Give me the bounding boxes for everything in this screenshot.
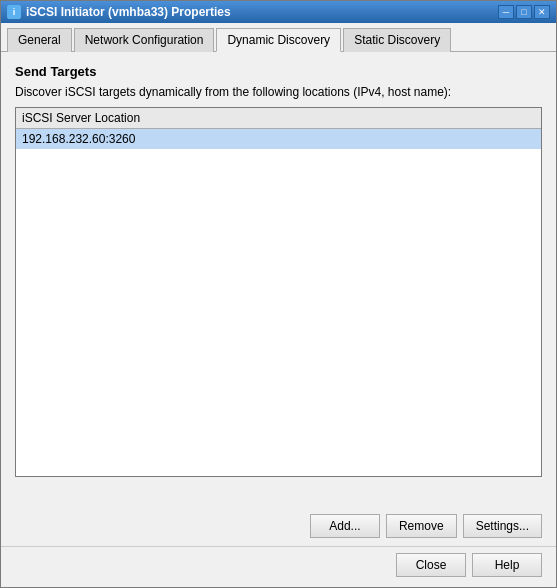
remove-button[interactable]: Remove <box>386 514 457 538</box>
tab-dynamic-discovery[interactable]: Dynamic Discovery <box>216 28 341 52</box>
add-button[interactable]: Add... <box>310 514 380 538</box>
server-location-table[interactable]: iSCSI Server Location 192.168.232.60:326… <box>15 107 542 477</box>
window-title: iSCSI Initiator (vmhba33) Properties <box>26 5 231 19</box>
tab-static-discovery[interactable]: Static Discovery <box>343 28 451 52</box>
title-bar: i iSCSI Initiator (vmhba33) Properties ─… <box>1 1 556 23</box>
app-icon: i <box>7 5 21 19</box>
tab-general[interactable]: General <box>7 28 72 52</box>
section-title: Send Targets <box>15 64 542 79</box>
tab-content: Send Targets Discover iSCSI targets dyna… <box>1 52 556 506</box>
tabs-row: General Network Configuration Dynamic Di… <box>1 23 556 52</box>
title-bar-left: i iSCSI Initiator (vmhba33) Properties <box>7 5 231 19</box>
table-column-header: iSCSI Server Location <box>16 108 541 129</box>
footer-buttons: Close Help <box>1 546 556 587</box>
restore-button[interactable]: □ <box>516 5 532 19</box>
tab-network-configuration[interactable]: Network Configuration <box>74 28 215 52</box>
settings-button[interactable]: Settings... <box>463 514 542 538</box>
minimize-button[interactable]: ─ <box>498 5 514 19</box>
help-button[interactable]: Help <box>472 553 542 577</box>
main-window: i iSCSI Initiator (vmhba33) Properties ─… <box>0 0 557 588</box>
table-row[interactable]: 192.168.232.60:3260 <box>16 129 541 149</box>
description-text: Discover iSCSI targets dynamically from … <box>15 85 542 99</box>
close-button[interactable]: Close <box>396 553 466 577</box>
title-bar-controls: ─ □ ✕ <box>498 5 550 19</box>
close-window-button[interactable]: ✕ <box>534 5 550 19</box>
action-buttons: Add... Remove Settings... <box>1 506 556 546</box>
